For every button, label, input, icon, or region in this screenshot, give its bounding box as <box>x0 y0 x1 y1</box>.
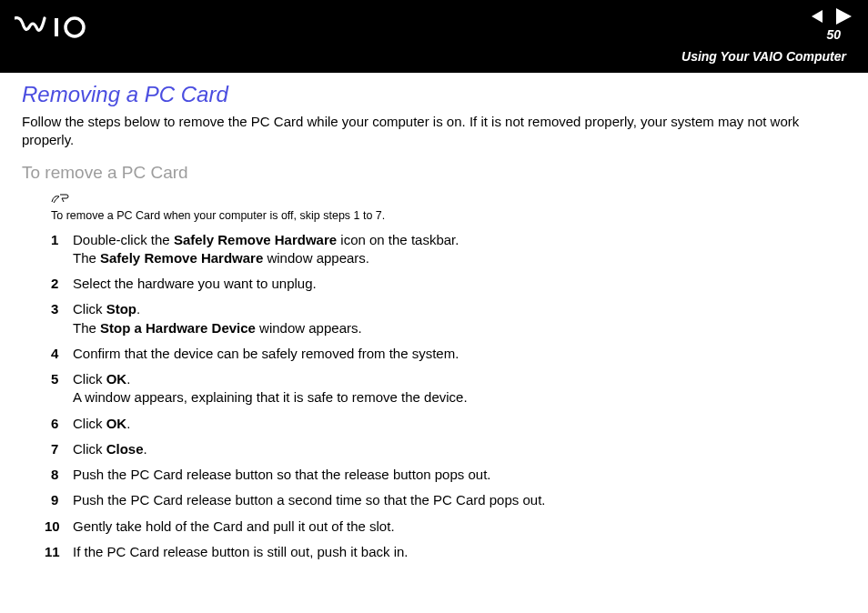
step-3: Click Stop. The Stop a Hardware Device w… <box>51 300 846 337</box>
intro-paragraph: Follow the steps below to remove the PC … <box>22 113 846 150</box>
step-4: Confirm that the device can be safely re… <box>51 345 846 363</box>
svg-marker-2 <box>812 10 823 23</box>
vaio-logo <box>15 16 106 42</box>
note-icon <box>51 192 846 207</box>
step-11: If the PC Card release button is still o… <box>51 543 846 561</box>
steps-list: Double-click the Safely Remove Hardware … <box>51 231 846 562</box>
step-7: Click Close. <box>51 440 846 458</box>
note-block: To remove a PC Card when your computer i… <box>51 192 846 222</box>
svg-rect-0 <box>55 18 58 36</box>
step-5: Click OK. A window appears, explaining t… <box>51 370 846 407</box>
page-header: 50 Using Your VAIO Computer <box>0 0 868 73</box>
step-1: Double-click the Safely Remove Hardware … <box>51 231 846 268</box>
page-number: 50 <box>826 27 841 42</box>
procedure-subheading: To remove a PC Card <box>22 163 846 183</box>
step-9: Push the PC Card release button a second… <box>51 491 846 509</box>
nav-arrows <box>810 7 853 29</box>
page-content: Removing a PC Card Follow the steps belo… <box>0 73 868 587</box>
svg-marker-3 <box>836 8 852 25</box>
page-heading: Removing a PC Card <box>22 82 846 107</box>
nav-next-button[interactable] <box>833 7 853 29</box>
step-8: Push the PC Card release button so that … <box>51 466 846 484</box>
step-6: Click OK. <box>51 415 846 433</box>
note-text: To remove a PC Card when your computer i… <box>51 209 385 222</box>
section-label: Using Your VAIO Computer <box>681 49 846 64</box>
nav-prev-button[interactable] <box>810 9 826 27</box>
step-10: Gently take hold of the Card and pull it… <box>51 518 846 536</box>
step-2: Select the hardware you want to unplug. <box>51 275 846 293</box>
svg-point-1 <box>66 18 84 36</box>
